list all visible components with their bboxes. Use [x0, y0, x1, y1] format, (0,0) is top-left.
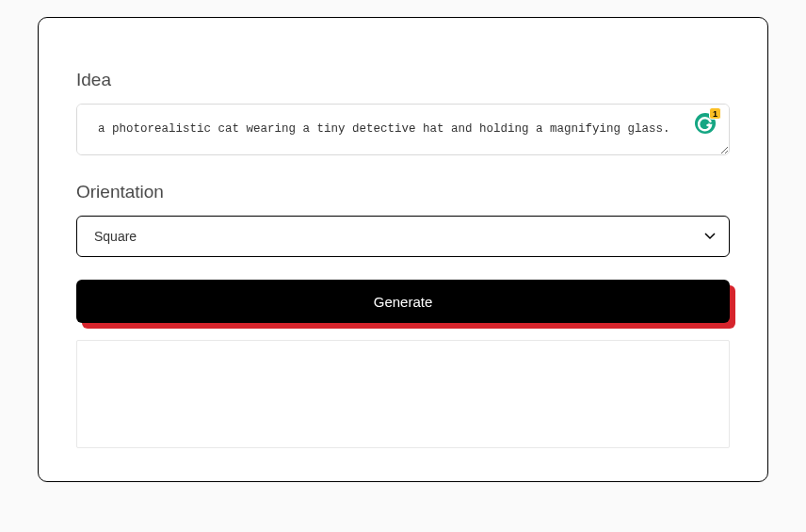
idea-input[interactable] [76, 104, 730, 155]
orientation-label: Orientation [76, 182, 730, 202]
generate-button[interactable]: Generate [76, 280, 730, 323]
idea-label: Idea [76, 70, 730, 90]
grammarly-count-badge: 1 [709, 107, 721, 120]
idea-textarea-wrap: 1 [76, 104, 730, 159]
generate-button-wrap: Generate [76, 280, 730, 323]
output-area [76, 340, 730, 448]
orientation-field-group: Orientation Square [76, 182, 730, 257]
idea-field-group: Idea 1 [76, 70, 730, 159]
form-card: Idea 1 Orientation Square Generate [38, 17, 768, 482]
orientation-select[interactable]: Square [76, 216, 730, 257]
grammarly-icon[interactable]: 1 [694, 112, 717, 135]
